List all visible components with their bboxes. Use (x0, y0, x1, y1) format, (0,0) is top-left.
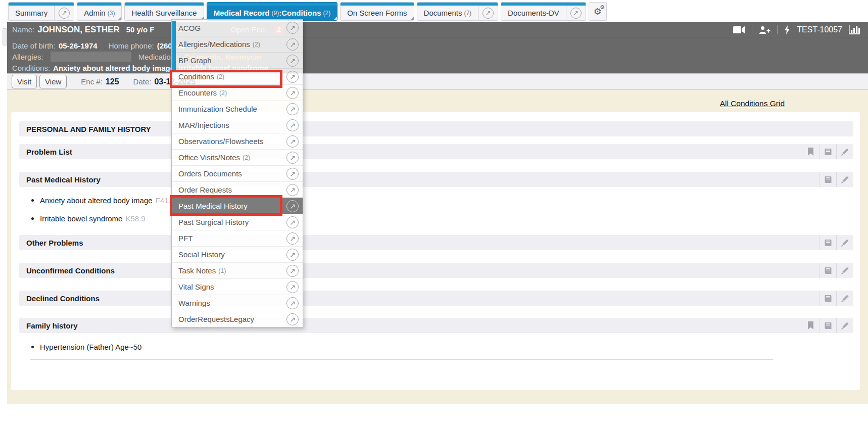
section-declined-conditions: Declined Conditions (19, 291, 853, 306)
external-link-icon[interactable] (286, 168, 299, 180)
tab-health-surveillance[interactable]: Health Surveillance (124, 2, 204, 21)
menu-scrollbar-thumb[interactable] (172, 21, 176, 71)
journal-icon[interactable] (819, 291, 836, 306)
menu-item-label: Office Visits/Notes (178, 153, 240, 162)
tab-medical-record[interactable]: Medical Record (9) : Conditions (2) (207, 2, 338, 21)
external-link-icon[interactable] (286, 184, 299, 196)
menu-item-observations-flowsheets[interactable]: Observations/Flowsheets (172, 133, 303, 149)
settings-button[interactable] (589, 2, 607, 21)
view-button[interactable]: View (39, 75, 67, 88)
external-link-icon[interactable] (286, 103, 299, 115)
menu-item-mar-injections[interactable]: MAR/Injections (172, 117, 303, 133)
menu-item-warnings[interactable]: Warnings (172, 295, 303, 311)
external-link-icon[interactable] (286, 281, 299, 293)
edit-pencil-icon[interactable] (836, 235, 853, 250)
menu-item-past-surgical-history[interactable]: Past Surgical History (172, 214, 303, 230)
edit-pencil-icon[interactable] (836, 263, 853, 278)
enc-date-label: Date: (133, 77, 152, 86)
external-link-icon[interactable] (483, 8, 494, 19)
tab-admin[interactable]: Admin(3) (77, 2, 122, 21)
condition-item: Anxiety about altered body image F41.8 (31, 196, 175, 205)
menu-item-allergies-medications[interactable]: Allergies/Medications(2) (172, 36, 303, 52)
family-history-item: Hypertension (Father) Age~50 (31, 343, 141, 351)
edit-pencil-icon[interactable] (836, 291, 853, 306)
external-link-icon[interactable] (286, 297, 299, 309)
external-link-icon[interactable] (286, 71, 299, 83)
menu-item-pft[interactable]: PFT (172, 230, 303, 246)
journal-icon[interactable] (819, 144, 836, 159)
chart-icon[interactable] (849, 25, 860, 34)
menu-item-label: MAR/Injections (178, 121, 229, 129)
section-title: Other Problems (26, 239, 83, 247)
annotation-box-past-medical-history (170, 195, 282, 216)
tab-documents[interactable]: Documents(7) (417, 2, 499, 21)
menu-item-label: Allergies/Medications (178, 40, 250, 49)
conditions-label: Conditions: (12, 64, 50, 72)
section-actions (802, 144, 853, 159)
section-actions (802, 318, 853, 333)
external-link-icon[interactable] (286, 200, 299, 212)
journal-icon[interactable] (819, 235, 836, 250)
menu-item-task-notes[interactable]: Task Notes(1) (172, 262, 303, 278)
menu-item-bp-graph[interactable]: BP Graph (172, 52, 303, 68)
external-link-icon[interactable] (286, 22, 299, 34)
external-link-icon[interactable] (286, 135, 299, 148)
tab-accent-strip (501, 3, 586, 6)
tab-subcount: (2) (323, 10, 331, 17)
menu-item-orderrequestslegacy[interactable]: OrderRequestsLegacy (172, 311, 303, 327)
section-title: Declined Conditions (26, 294, 100, 303)
external-link-icon[interactable] (286, 152, 299, 164)
tab-accent-strip (341, 3, 413, 6)
video-camera-icon[interactable] (733, 26, 745, 34)
menu-item-office-visits-notes[interactable]: Office Visits/Notes(2) (172, 149, 303, 165)
menu-item-label: Warnings (178, 299, 210, 307)
dropdown-corner-indicator (333, 17, 337, 20)
journal-icon[interactable] (819, 318, 836, 333)
section-past-medical-history: Past Medical History (19, 172, 853, 187)
external-link-icon[interactable] (570, 8, 582, 19)
section-title: PERSONAL AND FAMILY HISTORY (26, 125, 151, 133)
external-link-icon[interactable] (286, 55, 299, 67)
external-link-icon[interactable] (59, 8, 70, 19)
section-title: Past Medical History (26, 175, 101, 184)
external-link-icon[interactable] (286, 249, 299, 261)
tab-count: (9) (272, 10, 279, 17)
journal-icon[interactable] (819, 263, 836, 278)
add-person-icon[interactable] (759, 26, 770, 34)
menu-item-acog[interactable]: ACOG (172, 20, 303, 36)
journal-icon[interactable] (819, 172, 836, 187)
lightning-icon[interactable] (784, 25, 790, 34)
external-link-icon[interactable] (286, 265, 299, 277)
menu-item-label: Encounters (178, 88, 217, 97)
tab-on-screen-forms[interactable]: On Screen Forms (340, 2, 414, 21)
all-conditions-grid-link[interactable]: All Conditions Grid (720, 99, 785, 108)
tab-summary[interactable]: Summary (8, 2, 74, 21)
condition-text: Hypertension (Father) Age~50 (40, 343, 141, 351)
edit-pencil-icon[interactable] (836, 172, 853, 187)
menu-item-social-history[interactable]: Social History (172, 246, 303, 262)
splitter-handle[interactable] (3, 28, 7, 45)
external-link-icon[interactable] (286, 119, 299, 131)
external-link-icon[interactable] (286, 87, 299, 99)
tab-count: (3) (108, 10, 115, 17)
section-family-history: Family history (19, 318, 853, 333)
menu-item-vital-signs[interactable]: Vital Signs (172, 278, 303, 295)
bookmark-icon[interactable] (802, 144, 819, 159)
edit-pencil-icon[interactable] (836, 318, 853, 333)
tab-documents-dv[interactable]: Documents-DV (501, 2, 586, 21)
menu-item-orders-documents[interactable]: Orders Documents (172, 165, 303, 181)
visit-button[interactable]: Visit (12, 75, 37, 88)
external-link-icon[interactable] (286, 216, 299, 228)
external-link-icon[interactable] (286, 232, 299, 245)
header-actions: TEST-10057 (733, 25, 868, 34)
condition-text: Irritable bowel syndrome (40, 214, 122, 223)
patient-header-row-allergies: Allergies: Medications: Coumadin, Neomyc… (7, 52, 868, 62)
edit-pencil-icon[interactable] (836, 144, 853, 159)
section-title: Family history (26, 321, 78, 330)
patient-header-row-conditions: Conditions: Anxiety about altered body i… (7, 63, 868, 73)
external-link-icon[interactable] (286, 38, 299, 51)
external-link-icon[interactable] (286, 313, 299, 325)
menu-item-immunization-schedule[interactable]: Immunization Schedule (172, 101, 303, 117)
dropdown-corner-indicator (410, 17, 414, 20)
bookmark-icon[interactable] (802, 318, 819, 333)
